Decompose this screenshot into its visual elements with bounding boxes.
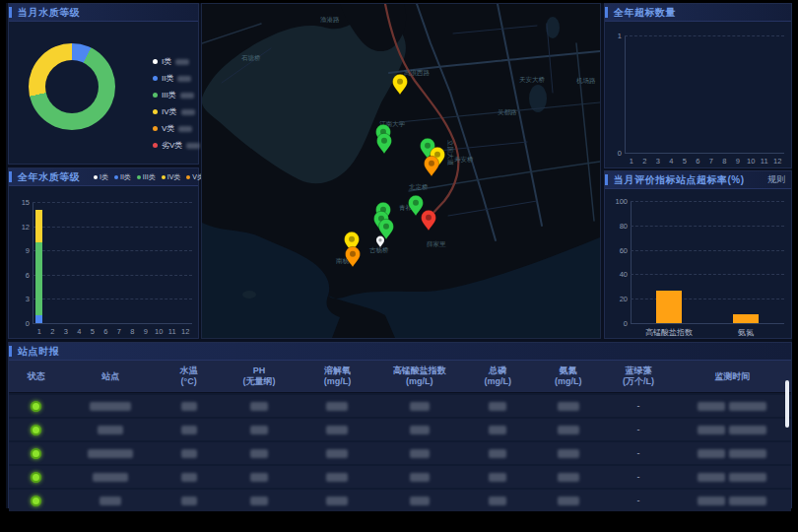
map-canvas[interactable]: 石塘桥渔港路高浪西路江南大学北定桥寿安桥天安大桥机场路吴都路薛家里青祁桥古杨桥南…: [202, 4, 600, 338]
legend-dot: [94, 175, 98, 179]
redacted-value: [558, 497, 579, 505]
x-tick: 1: [625, 157, 638, 166]
table-row[interactable]: -: [9, 442, 791, 464]
map-panel[interactable]: 石塘桥渔港路高浪西路江南大学北定桥寿安桥天安大桥机场路吴都路薛家里青祁桥古杨桥南…: [201, 3, 601, 339]
y-tick: 15: [12, 198, 30, 207]
donut-chart[interactable]: [29, 43, 115, 130]
redacted-value: [181, 449, 197, 458]
redacted-value: [250, 449, 268, 458]
redacted-value: [698, 426, 725, 434]
legend-item[interactable]: IV类: [162, 172, 181, 182]
legend-item[interactable]: II类: [114, 172, 131, 182]
metric-cell: [376, 442, 462, 464]
redacted-value: [729, 426, 766, 434]
redacted-value: [698, 449, 725, 458]
y-tick: 0: [12, 319, 30, 328]
redacted-value: [181, 109, 195, 115]
bar-category-label: 高锰酸盐指数: [630, 327, 708, 338]
title-accent: [9, 7, 12, 18]
metric-cell: [158, 395, 221, 417]
x-tick: 2: [46, 327, 60, 336]
stack-segment-IV类[interactable]: [35, 210, 42, 242]
x-tick: 3: [651, 157, 665, 166]
legend-item[interactable]: II类: [153, 70, 200, 87]
legend-dot: [153, 93, 158, 98]
table-row[interactable]: -: [9, 466, 791, 488]
map-place-label: 机场路: [576, 77, 596, 85]
status-cell: [9, 442, 64, 464]
column-header: 状态: [9, 361, 64, 392]
legend-label: II类: [120, 172, 131, 182]
x-tick: 7: [112, 327, 126, 336]
table-row[interactable]: -: [9, 490, 791, 511]
bar-高锰酸盐指数[interactable]: [656, 291, 682, 323]
redacted-value: [698, 402, 725, 411]
column-header: 总磷(mg/L): [462, 361, 532, 392]
stack-segment-III类[interactable]: [35, 242, 42, 315]
redacted-value: [326, 449, 348, 458]
column-header: 氨氮(mg/L): [533, 361, 603, 392]
legend-item[interactable]: I类: [94, 172, 108, 182]
metric-cell: [158, 490, 221, 511]
x-tick: 5: [678, 157, 692, 166]
legend-label: IV类: [162, 106, 177, 117]
redacted-value: [698, 473, 725, 482]
redacted-value: [326, 497, 348, 505]
stack-segment-II类[interactable]: [35, 315, 42, 323]
status-dot-normal: [31, 496, 41, 506]
legend-dot: [153, 59, 158, 64]
legend-item[interactable]: 劣V类: [153, 137, 200, 154]
metric-cell: [158, 466, 221, 488]
column-header: 水温(°C): [158, 361, 221, 392]
bar-氨氮[interactable]: [733, 314, 759, 323]
x-tick: 8: [718, 157, 732, 166]
metric-cell: [376, 466, 462, 488]
redacted-value: [250, 497, 268, 505]
metric-cell: [299, 490, 376, 511]
map-place-label: 石塘桥: [241, 54, 261, 62]
table-scrollbar-thumb[interactable]: [785, 380, 789, 428]
legend-dot: [186, 175, 190, 179]
time-cell: [674, 490, 791, 511]
x-tick: 4: [665, 157, 679, 166]
status-dot-normal: [31, 448, 41, 459]
table-row[interactable]: -: [9, 419, 791, 440]
legend-item[interactable]: III类: [137, 172, 156, 182]
legend-item[interactable]: III类: [153, 87, 200, 103]
donut-legend: I类II类III类IV类V类劣V类: [153, 53, 200, 154]
redacted-value: [181, 473, 197, 482]
legend-item[interactable]: IV类: [153, 103, 200, 120]
x-tick: 6: [692, 157, 705, 166]
legend-item[interactable]: I类: [153, 53, 200, 70]
redacted-value: [326, 473, 348, 482]
column-header: 监测时间: [674, 361, 791, 392]
panel-title-bar: 全年超标数量: [605, 4, 791, 22]
metric-cell: [220, 419, 298, 440]
legend-label: III类: [143, 172, 156, 182]
legend-item[interactable]: V类: [153, 120, 200, 137]
algae-value: -: [637, 401, 640, 411]
redacted-value: [250, 473, 268, 482]
table-row[interactable]: -: [9, 395, 791, 417]
redacted-value: [326, 402, 348, 411]
redacted-value: [558, 426, 579, 434]
rule-button[interactable]: 规则: [767, 173, 785, 186]
time-cell: [674, 395, 791, 417]
metric-cell: [462, 395, 532, 417]
algae-cell: -: [603, 419, 673, 440]
y-tick: 100: [610, 197, 628, 206]
panel-title-bar: 站点时报: [9, 343, 791, 361]
metric-cell: [220, 466, 298, 488]
redacted-value: [489, 497, 506, 505]
bar-category-label: 氨氮: [706, 327, 785, 338]
map-place-label: 北定桥: [409, 183, 429, 191]
metric-cell: [299, 466, 376, 488]
table-header: 状态站点水温(°C)PH(无量纲)溶解氧(mg/L)高锰酸盐指数(mg/L)总磷…: [9, 361, 791, 393]
x-tick: 9: [139, 327, 153, 336]
panel-title-bar: 全年水质等级 I类II类III类IV类V类劣V类: [9, 168, 198, 186]
column-header: 溶解氧(mg/L): [299, 361, 376, 392]
redacted-value: [250, 402, 268, 411]
redacted-value: [729, 473, 766, 482]
redacted-value: [178, 126, 192, 132]
x-tick: 3: [59, 327, 73, 336]
